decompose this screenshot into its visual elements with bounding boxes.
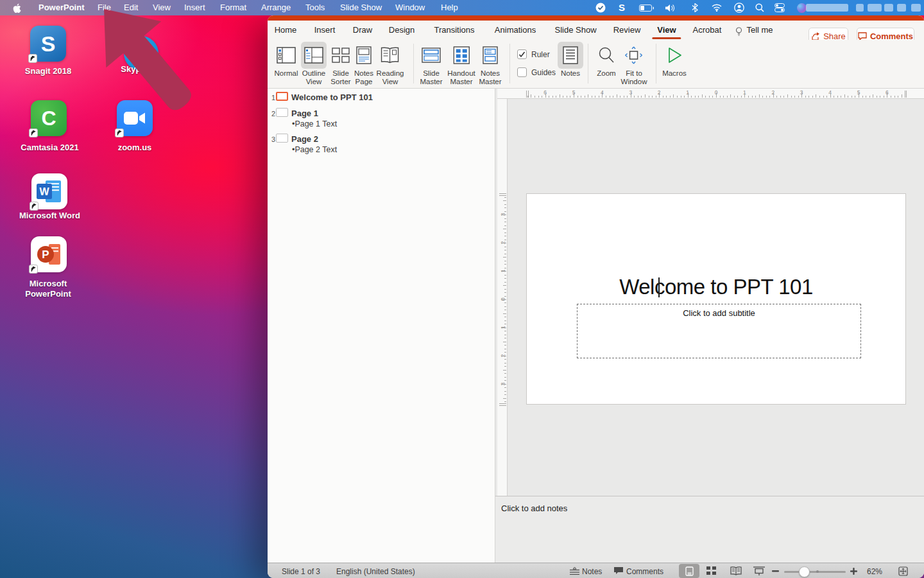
language-label[interactable]: English (United States) — [336, 567, 415, 576]
notes-pane[interactable]: Click to add notes — [495, 496, 924, 563]
desktop-icon-powerpoint[interactable]: P — [31, 236, 67, 272]
subtitle-placeholder-text: Click to add subtitle — [578, 308, 860, 318]
account-status-icon[interactable] — [734, 3, 744, 13]
powerpoint-window: Home Insert Draw Design Transitions Anim… — [268, 15, 924, 578]
menu-arrange[interactable]: Arrange — [261, 3, 291, 12]
ribbon-button-slide-sorter[interactable]: Slide Sorter — [328, 42, 354, 86]
desktop-icon-label: Microsoft PowerPoint — [3, 279, 93, 299]
slide-title-text[interactable]: Welcome to PPT 101 — [540, 275, 893, 299]
alias-arrow-icon — [29, 265, 38, 274]
tab-home[interactable]: Home — [275, 25, 297, 35]
outline-panel[interactable]: 1 Welcome to PPT 101 2 Page 1 •Page 1 Te… — [268, 89, 495, 563]
ribbon-button-slide-master[interactable]: Slide Master — [418, 42, 444, 86]
battery-status-icon[interactable] — [638, 3, 654, 13]
annotation-arrow — [0, 0, 257, 148]
ribbon-divider — [413, 44, 414, 83]
vertical-ruler: 3210123 — [497, 99, 508, 496]
tab-slide-show[interactable]: Slide Show — [554, 25, 596, 35]
ribbon-button-outline-view[interactable]: Outline View — [301, 42, 327, 86]
zoom-slider-knob[interactable] — [799, 566, 810, 577]
slide[interactable]: Welcome to PPT 101 Click to add subtitle — [526, 193, 906, 405]
view-slide-sorter-button[interactable] — [706, 566, 717, 575]
control-center-icon[interactable] — [774, 3, 785, 13]
view-slideshow-button[interactable] — [753, 566, 765, 575]
notes-placeholder-text: Click to add notes — [501, 504, 567, 513]
siri-icon[interactable] — [796, 3, 807, 13]
fit-to-window-icon — [621, 42, 647, 69]
outline-bullet-text[interactable]: •Page 2 Text — [292, 145, 337, 154]
redacted-menu-text — [897, 4, 906, 12]
ribbon-button-macros[interactable]: Macros — [662, 42, 687, 78]
fit-slide-to-window-button[interactable] — [898, 566, 908, 576]
view-normal-button[interactable] — [679, 564, 699, 578]
outline-slide-icon[interactable] — [276, 134, 288, 143]
macros-play-icon — [662, 42, 687, 69]
volume-status-icon[interactable] — [665, 3, 676, 13]
wifi-status-icon[interactable] — [712, 3, 722, 13]
handout-master-icon — [449, 42, 474, 69]
slide-canvas-area: Welcome to PPT 101 Click to add subtitle — [495, 89, 924, 496]
ribbon-button-handout-master[interactable]: Handout Master — [447, 42, 475, 86]
notes-toggle-icon[interactable] — [570, 567, 579, 575]
redacted-menu-text — [868, 4, 882, 12]
tab-acrobat[interactable]: Acrobat — [693, 25, 722, 35]
tab-draw[interactable]: Draw — [353, 25, 372, 35]
comments-toggle-icon[interactable] — [614, 567, 623, 575]
comments-toggle-label[interactable]: Comments — [626, 567, 663, 576]
zoom-slider-detent — [816, 570, 819, 573]
horizontal-ruler: 6543210123456 — [497, 89, 924, 99]
svg-text:P: P — [42, 249, 49, 261]
ruler-checkbox[interactable] — [517, 49, 527, 59]
view-reading-button[interactable] — [730, 566, 742, 575]
outline-view-icon — [301, 42, 327, 69]
notes-toggle-label[interactable]: Notes — [582, 567, 602, 576]
check-circle-status-icon[interactable] — [595, 3, 606, 13]
lightbulb-icon — [733, 26, 744, 37]
subtitle-placeholder[interactable]: Click to add subtitle — [577, 304, 861, 358]
spotlight-search-icon[interactable] — [755, 3, 765, 13]
tab-animations[interactable]: Animations — [495, 25, 536, 35]
outline-slide-title[interactable]: Welcome to PPT 101 — [291, 92, 373, 102]
desktop-icon-word[interactable]: W — [31, 173, 67, 209]
guides-checkbox-label: Guides — [531, 68, 556, 77]
ribbon-button-fit-to-window[interactable]: Fit to Window — [621, 42, 647, 86]
check-icon — [518, 51, 526, 58]
ribbon-button-zoom[interactable]: Zoom — [594, 42, 619, 78]
zoom-out-button[interactable] — [772, 570, 779, 572]
outline-bullet-text[interactable]: •Page 1 Text — [292, 119, 337, 128]
outline-slide-number: 2 — [271, 110, 275, 118]
tab-transitions[interactable]: Transitions — [434, 25, 474, 35]
tab-review[interactable]: Review — [613, 25, 641, 35]
menu-tools[interactable]: Tools — [305, 3, 325, 12]
redacted-menu-text — [884, 4, 893, 12]
ribbon-button-normal[interactable]: Normal — [273, 42, 299, 78]
tab-view[interactable]: View — [657, 25, 676, 35]
zoom-in-button[interactable] — [850, 568, 857, 575]
notes-icon — [558, 42, 583, 69]
ribbon-divider — [509, 44, 510, 83]
ribbon-button-notes-page[interactable]: Notes Page — [351, 42, 377, 86]
outline-slide-number: 3 — [271, 136, 275, 143]
ribbon-button-notes-master[interactable]: Notes Master — [477, 42, 503, 86]
outline-slide-icon-current[interactable] — [276, 92, 288, 101]
ribbon-button-reading-view[interactable]: Reading View — [377, 42, 404, 86]
skype-status-icon[interactable]: S — [617, 3, 627, 13]
tab-design[interactable]: Design — [389, 25, 415, 35]
zoom-percentage[interactable]: 62% — [867, 567, 882, 576]
notes-page-icon — [351, 42, 377, 69]
menu-window[interactable]: Window — [395, 3, 425, 12]
word-logo-icon: W — [37, 179, 62, 204]
guides-checkbox[interactable] — [517, 67, 527, 77]
tell-me-label[interactable]: Tell me — [746, 25, 773, 35]
tab-insert[interactable]: Insert — [314, 25, 336, 35]
ribbon-button-notes[interactable]: Notes — [558, 42, 583, 78]
outline-slide-icon[interactable] — [276, 108, 288, 117]
outline-slide-title[interactable]: Page 2 — [291, 134, 318, 144]
zoom-slider-track[interactable] — [784, 571, 846, 574]
menu-help[interactable]: Help — [441, 3, 458, 12]
status-bar: Slide 1 of 3 English (United States) Not… — [268, 563, 924, 578]
reading-view-icon — [377, 42, 403, 69]
bluetooth-status-icon[interactable] — [690, 3, 700, 13]
menu-slide-show[interactable]: Slide Show — [340, 3, 382, 12]
outline-slide-title[interactable]: Page 1 — [291, 109, 318, 118]
